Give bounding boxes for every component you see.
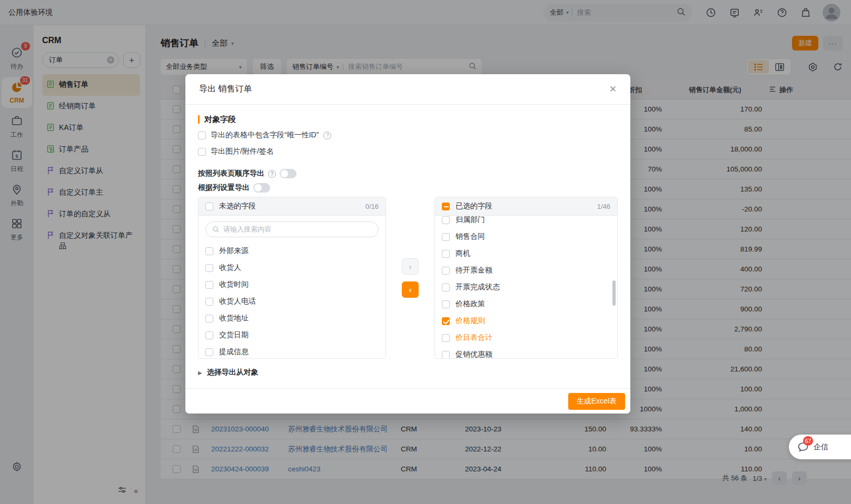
move-right-button[interactable]: › [402, 258, 419, 275]
field-checkbox[interactable] [205, 298, 213, 306]
field-search-placeholder: 请输入搜索内容 [223, 225, 271, 234]
unselected-field-item-4[interactable]: 收货地址 [199, 310, 385, 327]
include-unique-id-checkbox[interactable] [198, 132, 206, 139]
field-checkbox[interactable] [442, 233, 450, 241]
unselected-panel-title: 未选的字段 [219, 201, 256, 211]
field-label: 收货人电话 [219, 297, 256, 306]
field-checkbox[interactable] [442, 250, 450, 258]
unselected-field-item-6[interactable]: 提成信息 [199, 344, 385, 359]
unselected-field-item-1[interactable]: 收货人 [199, 259, 385, 276]
field-checkbox[interactable] [442, 284, 450, 291]
field-transfer: 未选的字段 0/16 请输入搜索内容 外部来源收货人收货时间收货人电话收货地址交… [198, 197, 618, 359]
selected-field-item-4[interactable]: 开票完成状态 [435, 279, 617, 296]
help-icon[interactable]: ? [323, 132, 331, 139]
scrollbar-thumb[interactable] [612, 280, 616, 306]
field-checkbox[interactable] [442, 267, 450, 275]
column-settings-toggle[interactable] [253, 183, 270, 193]
screen: 公用体验环境 全部 ▾ 搜索 [0, 0, 851, 504]
field-label: 交货日期 [219, 330, 249, 340]
field-checkbox[interactable] [442, 216, 450, 224]
field-label: 收货地址 [219, 314, 249, 323]
selected-field-item-7[interactable]: 价目表合计 [435, 329, 617, 346]
export-attachments-checkbox[interactable] [198, 148, 206, 156]
section-title: 对象字段 [198, 115, 618, 124]
toggle-label: 根据列设置导出 [198, 183, 250, 193]
field-checkbox[interactable] [442, 351, 450, 359]
toggle-label: 按照列表页顺序导出 [198, 169, 264, 178]
modal-body: 对象字段 导出的表格中包含字段“唯一性ID” ? 导出图片/附件/签名 按照列表… [185, 105, 630, 388]
field-checkbox[interactable] [205, 348, 213, 356]
unselected-count: 0/16 [365, 203, 379, 210]
field-checkbox[interactable] [205, 315, 213, 322]
selected-count: 1/46 [597, 203, 610, 210]
modal-header: 导出 销售订单 ✕ [185, 74, 630, 105]
field-label: 待开票金额 [456, 266, 492, 275]
selected-field-item-3[interactable]: 待开票金额 [435, 262, 617, 279]
export-detail-expander[interactable]: ▶ 选择导出从对象 [198, 368, 618, 377]
field-label: 商机 [456, 249, 470, 258]
field-checkbox[interactable] [205, 281, 213, 289]
field-search-input[interactable]: 请输入搜索内容 [205, 221, 379, 237]
field-label: 促销优惠额 [456, 350, 492, 359]
qixin-label: 企信 [814, 442, 828, 452]
toggle-list-order: 按照列表页顺序导出 ? [198, 168, 618, 179]
field-label: 收货人 [219, 263, 241, 273]
selected-panel-title: 已选的字段 [456, 201, 492, 211]
option-label: 导出的表格中包含字段“唯一性ID” [211, 130, 319, 140]
unselected-field-item-0[interactable]: 外部来源 [199, 243, 385, 259]
qixin-widget[interactable]: 67 企信 [789, 435, 851, 459]
field-label: 收货时间 [219, 280, 249, 289]
selected-panel-header: 已选的字段 1/46 [435, 197, 617, 216]
chat-bubble-icon: 67 [797, 441, 809, 453]
selected-field-list: 归属部门销售合同商机待开票金额开票完成状态价格政策价格规则价目表合计促销优惠额 [435, 216, 617, 359]
move-left-button[interactable]: ‹ [402, 281, 419, 298]
selected-select-all-checkbox[interactable] [442, 203, 450, 210]
help-icon[interactable]: ? [268, 170, 276, 178]
field-label: 开票完成状态 [456, 283, 500, 292]
field-label: 价格政策 [456, 299, 485, 309]
unselected-field-item-3[interactable]: 收货人电话 [199, 293, 385, 310]
unselected-field-item-5[interactable]: 交货日期 [199, 327, 385, 344]
field-label: 价格规则 [456, 316, 485, 326]
generate-excel-button[interactable]: 生成Excel表 [568, 393, 625, 410]
field-label: 外部来源 [219, 246, 249, 256]
selected-fields-panel: 已选的字段 1/46 归属部门销售合同商机待开票金额开票完成状态价格政策价格规则… [434, 197, 618, 359]
export-modal: 导出 销售订单 ✕ 对象字段 导出的表格中包含字段“唯一性ID” ? 导出图片/… [185, 74, 630, 414]
field-checkbox[interactable] [205, 264, 213, 272]
field-checkbox[interactable] [205, 331, 213, 339]
expander-label: 选择导出从对象 [207, 368, 259, 377]
selected-field-item-1[interactable]: 销售合同 [435, 228, 617, 245]
option-label: 导出图片/附件/签名 [211, 147, 274, 156]
unselected-select-all-checkbox[interactable] [205, 203, 213, 210]
field-checkbox[interactable] [205, 247, 213, 255]
toggle-column-settings: 根据列设置导出 [198, 182, 618, 194]
selected-field-item-5[interactable]: 价格政策 [435, 296, 617, 313]
field-label: 销售合同 [456, 232, 485, 241]
selected-field-item-2[interactable]: 商机 [435, 245, 617, 262]
transfer-buttons: › ‹ [386, 197, 434, 359]
selected-field-item-0[interactable]: 归属部门 [435, 216, 617, 228]
option-export-attachments: 导出图片/附件/签名 [198, 147, 618, 156]
close-icon[interactable]: ✕ [609, 84, 617, 95]
unselected-fields-panel: 未选的字段 0/16 请输入搜索内容 外部来源收货人收货时间收货人电话收货地址交… [198, 197, 386, 359]
modal-footer: 生成Excel表 [185, 388, 630, 414]
unselected-field-list: 外部来源收货人收货时间收货人电话收货地址交货日期提成信息 [199, 243, 385, 359]
field-label: 价目表合计 [456, 333, 492, 342]
expand-arrow-icon: ▶ [198, 370, 202, 376]
field-checkbox[interactable] [442, 317, 450, 325]
modal-title: 导出 销售订单 [199, 84, 252, 95]
selected-field-item-8[interactable]: 促销优惠额 [435, 346, 617, 359]
field-label: 提成信息 [219, 347, 249, 357]
list-order-toggle[interactable] [280, 169, 296, 178]
unselected-field-item-2[interactable]: 收货时间 [199, 276, 385, 293]
field-checkbox[interactable] [442, 334, 450, 342]
unselected-panel-header: 未选的字段 0/16 [199, 197, 385, 216]
option-include-unique-id: 导出的表格中包含字段“唯一性ID” ? [198, 130, 618, 140]
field-checkbox[interactable] [442, 300, 450, 308]
unread-badge: 67 [803, 436, 813, 446]
selected-field-item-6[interactable]: 价格规则 [435, 313, 617, 329]
field-label: 归属部门 [456, 216, 485, 225]
